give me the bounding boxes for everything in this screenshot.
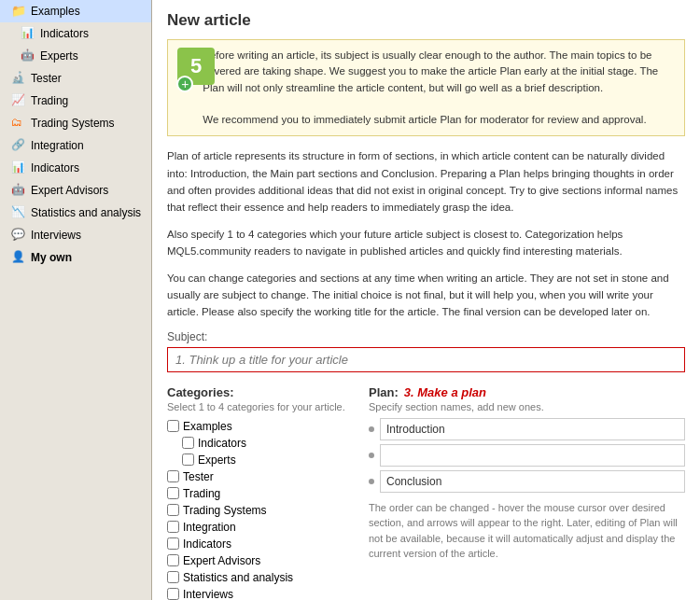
sidebar-item-experts[interactable]: 🤖 Experts <box>0 45 151 67</box>
categories-column: Categories: Select 1 to 4 categories for… <box>167 385 354 600</box>
cat-item-integration[interactable]: Integration <box>167 519 354 536</box>
sidebar-item-label: Trading Systems <box>31 117 115 130</box>
cat-checkbox-examples[interactable] <box>167 420 179 432</box>
sidebar-item-expert-advisors[interactable]: 🤖 Expert Advisors <box>0 179 151 202</box>
sidebar-item-statistics[interactable]: 📉 Statistics and analysis <box>0 202 151 224</box>
cat-checkbox-tester[interactable] <box>167 470 179 482</box>
cat-label: Statistics and analysis <box>183 571 293 584</box>
sidebar-item-tester[interactable]: 🔬 Tester <box>0 67 151 90</box>
sidebar-item-label: Integration <box>31 139 84 152</box>
info-text: Before writing an article, its subject i… <box>203 48 675 128</box>
plan-note: The order can be changed - hover the mou… <box>369 500 685 562</box>
stats-icon: 📉 <box>11 205 26 220</box>
cat-checkbox-expert-advisors[interactable] <box>167 554 179 566</box>
cat-item-indicators1[interactable]: Indicators <box>167 435 354 452</box>
cat-item-examples[interactable]: Examples <box>167 418 354 435</box>
integration-icon: 🔗 <box>11 138 26 153</box>
cat-item-statistics[interactable]: Statistics and analysis <box>167 569 354 586</box>
trading-icon: 📈 <box>11 93 26 108</box>
cat-item-interviews[interactable]: Interviews <box>167 586 354 600</box>
cat-checkbox-indicators1[interactable] <box>182 437 194 449</box>
sidebar-item-trading-systems[interactable]: 🗂 Trading Systems <box>0 112 151 134</box>
cat-label: Tester <box>183 470 214 483</box>
cat-item-expert-advisors[interactable]: Expert Advisors <box>167 552 354 569</box>
sidebar-item-label: Interviews <box>31 229 81 242</box>
sidebar: 📁 Examples 📊 Indicators 🤖 Experts 🔬 Test… <box>0 0 152 600</box>
trading-systems-icon: 🗂 <box>11 116 26 131</box>
info-text-2: We recommend you to immediately submit a… <box>203 112 675 128</box>
sidebar-item-label: My own <box>31 251 72 264</box>
cat-label: Indicators <box>183 537 231 551</box>
plan-input-intro[interactable] <box>380 418 685 440</box>
subject-input[interactable] <box>167 347 685 372</box>
plan-dot <box>369 453 374 458</box>
cat-checkbox-experts1[interactable] <box>182 453 194 466</box>
expert-advisors-icon: 🤖 <box>11 183 26 198</box>
sidebar-item-label: Indicators <box>31 161 79 174</box>
sidebar-item-label: Expert Advisors <box>31 184 108 197</box>
plan-section-middle <box>369 444 685 467</box>
sidebar-item-examples[interactable]: 📁 Examples <box>0 0 151 22</box>
sidebar-item-indicators2[interactable]: 📊 Indicators <box>0 157 151 179</box>
sidebar-item-integration[interactable]: 🔗 Integration <box>0 134 151 157</box>
cat-label: Interviews <box>183 588 233 600</box>
description-1: Plan of article represents its structure… <box>167 147 685 216</box>
cat-item-trading-systems[interactable]: Trading Systems <box>167 502 354 519</box>
cat-item-experts1[interactable]: Experts <box>167 452 354 468</box>
page-title: New article <box>167 11 685 30</box>
sidebar-item-label: Trading <box>31 94 68 107</box>
cat-checkbox-trading-systems[interactable] <box>167 504 179 516</box>
cat-label: Indicators <box>198 437 246 450</box>
plan-step: 3. Make a plan <box>404 385 486 399</box>
main-content: New article 5 + Before writing an articl… <box>152 0 700 600</box>
cat-checkbox-indicators2[interactable] <box>167 537 179 550</box>
cat-checkbox-trading[interactable] <box>167 487 179 499</box>
indicator2-icon: 📊 <box>11 160 26 175</box>
sidebar-item-label: Statistics and analysis <box>31 206 141 219</box>
cat-checkbox-statistics[interactable] <box>167 571 179 583</box>
sidebar-item-label: Tester <box>31 72 62 85</box>
cat-checkbox-interviews[interactable] <box>167 588 179 600</box>
plan-dot <box>369 479 374 484</box>
sidebar-item-indicators[interactable]: 📊 Indicators <box>0 22 151 45</box>
folder-icon: 📁 <box>11 4 26 19</box>
sidebar-item-label: Experts <box>40 49 78 63</box>
sidebar-item-my-own[interactable]: 👤 My own <box>0 246 151 269</box>
categories-list: Examples Indicators Experts Tester Tradi… <box>167 418 354 600</box>
info-text-1: Before writing an article, its subject i… <box>203 48 675 96</box>
cat-label: Examples <box>183 420 232 433</box>
cat-item-trading[interactable]: Trading <box>167 485 354 502</box>
sidebar-item-label: Indicators <box>40 27 89 40</box>
plan-section-intro <box>369 418 685 440</box>
info-box: 5 + Before writing an article, its subje… <box>167 39 685 136</box>
cat-item-indicators2[interactable]: Indicators <box>167 536 354 552</box>
description-2: Also specify 1 to 4 categories which you… <box>167 226 685 260</box>
categories-plan-section: Categories: Select 1 to 4 categories for… <box>167 385 685 600</box>
plan-header: Plan: <box>369 385 399 399</box>
expert-icon: 🤖 <box>21 49 35 63</box>
plan-input-conclusion[interactable] <box>380 470 685 493</box>
indicator-icon: 📊 <box>21 26 35 41</box>
plan-dot <box>369 426 374 432</box>
categories-header: Categories: <box>167 385 234 399</box>
plan-input-middle[interactable] <box>380 444 685 467</box>
cat-label: Experts <box>198 453 236 467</box>
info-icon: 5 + <box>177 48 193 92</box>
plus-icon: + <box>176 76 193 92</box>
plan-sublabel: Specify section names, add new ones. <box>369 401 685 412</box>
subject-label: Subject: <box>167 330 685 343</box>
sidebar-item-interviews[interactable]: 💬 Interviews <box>0 224 151 246</box>
plan-column: Plan: 3. Make a plan Specify section nam… <box>369 385 685 600</box>
cat-label: Integration <box>183 521 236 534</box>
tester-icon: 🔬 <box>11 71 26 86</box>
cat-checkbox-integration[interactable] <box>167 521 179 533</box>
myown-icon: 👤 <box>11 250 26 265</box>
sidebar-item-trading[interactable]: 📈 Trading <box>0 90 151 112</box>
sidebar-item-label: Examples <box>31 5 80 18</box>
cat-item-tester[interactable]: Tester <box>167 468 354 485</box>
cat-label: Trading Systems <box>183 504 267 517</box>
cat-label: Trading <box>183 487 220 500</box>
plan-section-conclusion <box>369 470 685 493</box>
categories-sublabel: Select 1 to 4 categories for your articl… <box>167 401 354 412</box>
interviews-icon: 💬 <box>11 228 26 243</box>
